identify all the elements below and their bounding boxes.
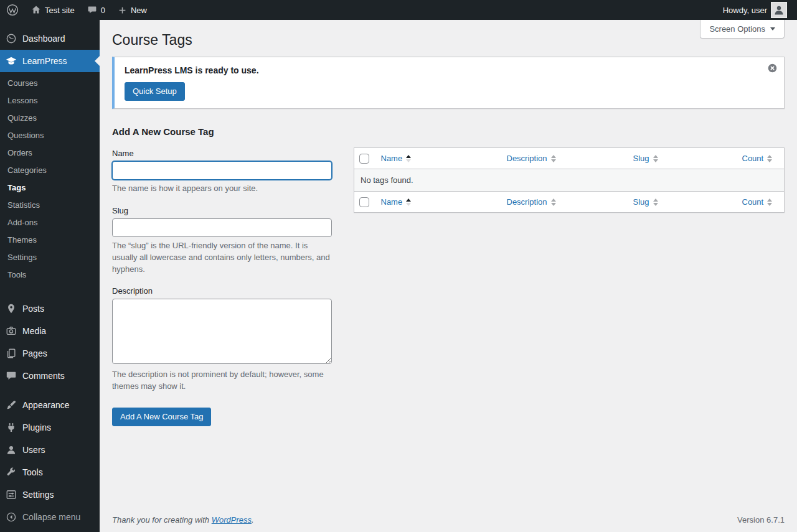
dashboard-icon — [5, 32, 17, 45]
avatar — [771, 2, 787, 18]
sidebar-item-pages[interactable]: Pages — [0, 342, 100, 365]
name-field-group: Name The name is how it appears on your … — [112, 149, 332, 195]
slug-input[interactable] — [112, 218, 332, 237]
learnpress-notice: LearnPress LMS is ready to use. Quick Se… — [112, 57, 785, 109]
screen-options-label: Screen Options — [709, 24, 765, 34]
pages-icon — [5, 347, 17, 360]
media-icon — [5, 325, 17, 337]
plugins-icon — [5, 421, 17, 434]
sort-by-slug-link[interactable]: Slug — [633, 197, 658, 207]
two-column-layout: Add A New Course Tag Name The name is ho… — [112, 121, 785, 426]
sort-by-count-link[interactable]: Count — [742, 197, 773, 207]
sort-indicator-icon — [767, 155, 772, 162]
submenu-item-statistics[interactable]: Statistics — [0, 197, 100, 214]
add-tag-submit-button[interactable]: Add A New Course Tag — [112, 408, 211, 426]
comments-bubble-icon — [87, 5, 97, 15]
tags-table: Name Description Slug Count No tags foun… — [354, 147, 785, 213]
sort-indicator-icon — [406, 155, 411, 162]
empty-message: No tags found. — [354, 169, 785, 192]
add-tag-form: Add A New Course Tag Name The name is ho… — [112, 121, 332, 426]
submenu-item-addons[interactable]: Add-ons — [0, 214, 100, 231]
table-header-row: Name Description Slug Count — [354, 148, 785, 169]
submenu-item-courses[interactable]: Courses — [0, 75, 100, 92]
collapse-menu-label: Collapse menu — [22, 511, 80, 523]
empty-table-row: No tags found. — [354, 169, 785, 192]
submenu-item-quizzes[interactable]: Quizzes — [0, 110, 100, 127]
description-field-group: Description The description is not promi… — [112, 286, 332, 393]
sidebar-item-learnpress[interactable]: LearnPress — [0, 50, 100, 72]
sort-indicator-icon — [653, 155, 658, 162]
wordpress-logo-menu[interactable] — [0, 0, 25, 20]
settings-icon — [5, 488, 17, 501]
sort-by-slug-link[interactable]: Slug — [633, 153, 658, 164]
submenu-item-questions[interactable]: Questions — [0, 127, 100, 144]
comments-icon — [5, 370, 17, 382]
collapse-menu-button[interactable]: Collapse menu — [0, 506, 100, 528]
quick-setup-button[interactable]: Quick Setup — [125, 82, 185, 101]
sidebar-item-tools[interactable]: Tools — [0, 461, 100, 483]
submenu-item-tools[interactable]: Tools — [0, 266, 100, 284]
submenu-item-orders[interactable]: Orders — [0, 144, 100, 162]
slug-help-text: The “slug” is the URL-friendly version o… — [112, 240, 332, 276]
screen-options-button[interactable]: Screen Options — [700, 20, 785, 39]
new-content-menu[interactable]: New — [111, 0, 153, 20]
comments-menu[interactable]: 0 — [81, 0, 111, 20]
submenu-item-settings[interactable]: Settings — [0, 249, 100, 266]
page-title: Course Tags — [112, 20, 785, 57]
sidebar-item-settings[interactable]: Settings — [0, 483, 100, 506]
sidebar-item-label: Media — [22, 325, 46, 337]
submenu-item-categories[interactable]: Categories — [0, 162, 100, 179]
sidebar-item-label: Appearance — [22, 399, 70, 411]
sort-by-description-link[interactable]: Description — [507, 153, 556, 164]
site-name-label: Test site — [45, 6, 75, 15]
sidebar-item-label: Settings — [22, 489, 54, 500]
users-icon — [5, 444, 17, 456]
sort-indicator-icon — [767, 198, 772, 206]
sort-by-count-link[interactable]: Count — [742, 153, 773, 164]
sidebar-item-users[interactable]: Users — [0, 439, 100, 461]
sidebar-item-label: Plugins — [22, 422, 51, 433]
select-all-checkbox-bottom[interactable] — [359, 197, 369, 207]
sidebar-item-label: Posts — [22, 303, 44, 314]
slug-label: Slug — [112, 206, 332, 216]
admin-bar: Test site 0 New Howdy, user — [0, 0, 797, 20]
name-input[interactable] — [112, 161, 332, 180]
sidebar-item-posts[interactable]: Posts — [0, 297, 100, 320]
tags-table-container: Name Description Slug Count No tags foun… — [354, 147, 785, 213]
chevron-down-icon — [770, 27, 775, 30]
sidebar-item-media[interactable]: Media — [0, 320, 100, 342]
sidebar-item-dashboard[interactable]: Dashboard — [0, 27, 100, 50]
submenu-item-themes[interactable]: Themes — [0, 231, 100, 249]
sidebar-item-comments[interactable]: Comments — [0, 365, 100, 387]
table-footer-row: Name Description Slug Count — [354, 192, 785, 213]
footer-thanks: Thank you for creating with WordPress. — [112, 515, 254, 525]
sidebar-item-appearance[interactable]: Appearance — [0, 394, 100, 416]
sort-indicator-icon — [406, 198, 411, 206]
admin-menu: Dashboard LearnPress Courses Lessons Qui… — [0, 20, 100, 528]
sort-indicator-icon — [551, 198, 556, 206]
form-heading: Add A New Course Tag — [112, 126, 332, 138]
name-help-text: The name is how it appears on your site. — [112, 183, 332, 195]
wordpress-link[interactable]: WordPress — [212, 515, 252, 525]
my-account-menu[interactable]: Howdy, user — [717, 0, 793, 20]
appearance-icon — [5, 399, 17, 411]
main-content: Screen Options Course Tags LearnPress LM… — [100, 20, 797, 532]
submenu-item-tags[interactable]: Tags — [0, 179, 100, 197]
sort-by-name-link[interactable]: Name — [381, 153, 412, 164]
plus-icon — [118, 6, 127, 15]
new-label: New — [131, 6, 147, 15]
notice-message: LearnPress LMS is ready to use. — [125, 65, 759, 76]
howdy-label: Howdy, user — [723, 6, 767, 15]
sidebar-item-label: LearnPress — [22, 55, 67, 67]
dismiss-notice-icon[interactable] — [767, 63, 778, 73]
site-name-menu[interactable]: Test site — [25, 0, 81, 20]
sort-by-name-link[interactable]: Name — [381, 197, 412, 207]
select-all-checkbox[interactable] — [359, 154, 369, 164]
sort-by-description-link[interactable]: Description — [507, 197, 556, 207]
submenu-item-lessons[interactable]: Lessons — [0, 92, 100, 110]
sort-indicator-icon — [551, 155, 556, 162]
description-textarea[interactable] — [112, 299, 332, 364]
sidebar-item-label: Dashboard — [22, 33, 65, 44]
description-help-text: The description is not prominent by defa… — [112, 369, 332, 393]
sidebar-item-plugins[interactable]: Plugins — [0, 416, 100, 439]
